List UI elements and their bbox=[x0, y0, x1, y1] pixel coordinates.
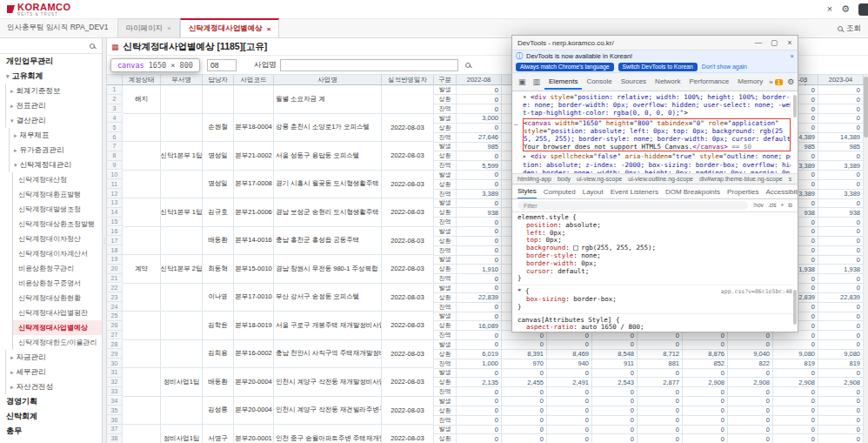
grid-vertical-scrollbar[interactable] bbox=[864, 75, 868, 443]
sidebar-item[interactable]: 비용상환청구증명서 bbox=[12, 276, 102, 291]
breadcrumb-item[interactable]: body bbox=[558, 176, 571, 182]
profile-icon[interactable] bbox=[858, 3, 868, 16]
devtools-tab-console[interactable]: Console bbox=[582, 75, 616, 90]
sidebar-item[interactable]: 신탁계정대이자계산서 bbox=[12, 246, 102, 261]
minimize-icon[interactable]: — bbox=[751, 38, 766, 47]
tab-item[interactable]: 마이페이지× bbox=[117, 18, 180, 37]
styles-tab[interactable]: Properties bbox=[727, 185, 758, 198]
infobar-button[interactable]: Switch DevTools to Korean bbox=[618, 63, 698, 71]
grid-item-row[interactable]: 313233정비사업1팀배동환본부20-0004인천시 계양구 작전동 재개발정… bbox=[107, 368, 864, 397]
search-button-icon[interactable] bbox=[465, 63, 471, 68]
close-icon[interactable]: × bbox=[782, 38, 798, 47]
devtools-settings-gear-icon[interactable]: ⚙ bbox=[785, 77, 797, 86]
devtools-code-line[interactable]: ▾ <div style="position: relative; width:… bbox=[523, 93, 791, 101]
scrollbar-thumb[interactable] bbox=[864, 77, 868, 138]
sidebar-item[interactable]: 경영기획 bbox=[0, 394, 102, 409]
styles-filter-input[interactable]: Filter bbox=[517, 201, 748, 210]
grid-item-row[interactable]: 282930김희용본부16-0002충남 천안시 사직구역 주택재개발정비사업2… bbox=[107, 340, 864, 369]
devtools-code-line[interactable]: style="position: absolute; left: 0px; to… bbox=[524, 127, 790, 135]
sidebar-search[interactable] bbox=[0, 38, 102, 54]
devtools-code-line[interactable]: e: none; border-width: 0px; overflow: hi… bbox=[523, 101, 791, 109]
device-toolbar-icon[interactable]: ▥ bbox=[531, 77, 544, 86]
sidebar-item[interactable]: ▸유가증권관리 bbox=[9, 143, 102, 158]
sidebar-item[interactable]: 신탁계정대발생조정 bbox=[12, 202, 102, 217]
css-property-line[interactable]: position: absolute; bbox=[517, 222, 792, 230]
devtools-tab-network[interactable]: Network bbox=[651, 75, 684, 90]
css-property-line[interactable]: top: 0px; bbox=[517, 237, 792, 245]
sidebar-item[interactable]: ▸전표관리 bbox=[5, 98, 102, 113]
month-input[interactable] bbox=[207, 59, 237, 71]
devtools-titlebar[interactable]: DevTools - nerp.koramco.co.kr/ — ▢ × bbox=[512, 36, 798, 50]
quick-search-button[interactable]: 조회 bbox=[838, 23, 868, 37]
sidebar-item[interactable]: 신탁계정대사업별예상 bbox=[12, 320, 102, 335]
sidebar-item[interactable]: ▸세무관리 bbox=[5, 365, 102, 379]
breadcrumb-item[interactable]: div#wrap.theme-blue.ng-scope bbox=[699, 176, 783, 182]
tab-item[interactable]: 신탁계정대사업별예상× bbox=[180, 18, 280, 37]
breadcrumb-item[interactable]: ui-view.outline.ng-scope bbox=[628, 176, 693, 182]
sidebar-item[interactable]: ▸재무제표 bbox=[9, 128, 102, 143]
breadcrumb-item[interactable]: ui-view.ng-scope bbox=[577, 176, 622, 182]
sidebar-item[interactable]: 신탁계정대이자정산 bbox=[12, 232, 102, 246]
css-property-line[interactable]: box-sizing: border-box; bbox=[517, 296, 792, 304]
infobar-close-icon[interactable]: × bbox=[791, 52, 794, 60]
styles-filter-tool[interactable]: .cls bbox=[768, 202, 777, 209]
warning-count-badge[interactable]: 1 bbox=[775, 79, 784, 85]
css-property-line[interactable]: border-style: none; bbox=[517, 252, 792, 260]
grid-item-row[interactable]: 373839정비사업1팀서명구본부20-0001인천 중구 송월아파트주변 주택… bbox=[107, 425, 864, 443]
sidebar-item[interactable]: ▾결산관리 bbox=[5, 113, 102, 128]
sidebar-item[interactable]: 신탁회계 bbox=[0, 409, 102, 424]
devtools-code-line[interactable]: den; border: none; width: 0px; height: 0… bbox=[523, 169, 791, 173]
bizname-input[interactable] bbox=[280, 59, 458, 71]
tab-close-icon[interactable]: × bbox=[167, 24, 171, 32]
styles-tab[interactable]: Accessibility bbox=[766, 185, 798, 198]
sidebar-item[interactable]: ▸자금관리 bbox=[5, 350, 102, 365]
infobar-dismiss-link[interactable]: Don't show again bbox=[702, 64, 747, 70]
styles-filter-tool[interactable]: + bbox=[781, 202, 785, 209]
kebab-menu-icon[interactable]: ⋮ bbox=[798, 77, 811, 86]
css-property-line[interactable]: border-width: 0px; bbox=[517, 260, 792, 268]
css-source-link[interactable]: app.css?v=86c1e5bc:40 bbox=[721, 288, 792, 296]
sidebar-item[interactable]: ▸회계기준정보 bbox=[5, 84, 102, 98]
sidebar-item[interactable]: 비용상환청구관리 bbox=[12, 261, 102, 276]
inspect-element-icon[interactable]: ▣ bbox=[516, 77, 529, 86]
devtools-code-line[interactable]: 5, 255, 255); border-style: none; border… bbox=[524, 135, 790, 143]
sidebar-item[interactable]: ▾고유회계 bbox=[0, 69, 102, 84]
sidebar-item[interactable]: ▾신탁계정대관리 bbox=[9, 158, 102, 172]
sidebar-item[interactable]: 신탁계정대산정 bbox=[12, 172, 102, 187]
styles-filter-tool[interactable]: :hov bbox=[753, 202, 764, 209]
sidebar-item[interactable]: 신탁계정대상환현황 bbox=[12, 291, 102, 305]
sidebar-item[interactable]: ▸자산건전성 bbox=[5, 379, 102, 394]
devtools-code-line[interactable]: ▸ <div spellcheck="false" aria-hidden="t… bbox=[523, 152, 791, 160]
sidebar-item[interactable]: 신탁계정대환표발행 bbox=[12, 187, 102, 202]
styles-tab[interactable]: Event Listeners bbox=[611, 185, 658, 198]
devtools-tab-elements[interactable]: Elements bbox=[544, 75, 582, 90]
devtools-code-line[interactable]: <canvas width="1650" height="800" tabind… bbox=[524, 119, 790, 127]
devtools-code-line[interactable]: Your browser does not support HTML5 Canv… bbox=[524, 143, 790, 151]
breadcrumb-item[interactable]: s bbox=[789, 176, 792, 182]
maximize-icon[interactable]: ▢ bbox=[766, 38, 782, 47]
sidebar-item[interactable]: 총무 bbox=[0, 424, 102, 439]
devtools-code-line[interactable]: tion: absolute; z-index: -2000; box-sizi… bbox=[523, 161, 791, 169]
devtools-tab-memory[interactable]: Memory bbox=[733, 75, 767, 90]
css-property-line[interactable]: background: rgb(255, 255, 255); bbox=[517, 245, 792, 252]
grid-item-row[interactable]: 343536김성룡본부20-0004인천시 계양구 작전동 재건빌라주변구역20… bbox=[107, 397, 864, 426]
sidebar-item[interactable]: 신탁계정대한도/이율관리 bbox=[12, 335, 102, 350]
styles-tab[interactable]: DOM Breakpoints bbox=[665, 185, 720, 198]
sidebar-item[interactable]: 신탁계정대사업별평잔 bbox=[12, 305, 102, 320]
more-tabs-icon[interactable]: » bbox=[769, 78, 772, 86]
devtools-tab-sources[interactable]: Sources bbox=[617, 75, 651, 90]
tab-close-icon[interactable]: × bbox=[267, 25, 271, 33]
styles-scrollbar-thumb[interactable] bbox=[793, 290, 797, 325]
css-property-line[interactable]: left: 0px; bbox=[517, 230, 792, 238]
settings-gear-icon[interactable]: ⚙ bbox=[841, 4, 850, 14]
styles-filter-tool[interactable]: ⧉ bbox=[788, 202, 792, 209]
styles-tab[interactable]: Layout bbox=[583, 185, 604, 198]
styles-tab[interactable]: Styles bbox=[517, 185, 537, 199]
infobar-button[interactable]: Always match Chrome's language bbox=[516, 63, 614, 71]
css-property-line[interactable]: cursor: default; bbox=[517, 268, 792, 276]
devtools-tab-performance[interactable]: Performance bbox=[684, 75, 733, 90]
sidebar-item[interactable]: 신탁계정대상환조정발행 bbox=[12, 217, 102, 232]
close-icon[interactable]: × bbox=[827, 4, 832, 14]
devtools-code-line[interactable]: t-tap-highlight-color: rgba(0, 0, 0, 0);… bbox=[523, 109, 791, 117]
breadcrumb-item[interactable]: html#ng-app bbox=[517, 176, 551, 182]
